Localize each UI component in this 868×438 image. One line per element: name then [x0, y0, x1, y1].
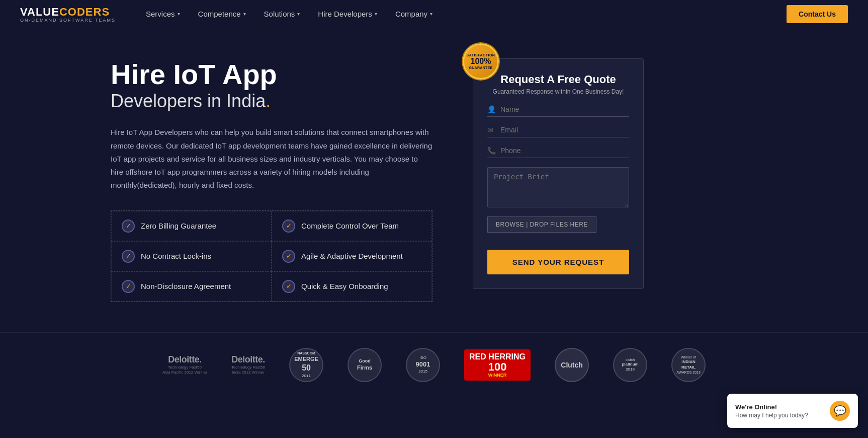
- list-item: ✓ Agile & Adaptive Development: [272, 241, 432, 271]
- nav-hire-developers[interactable]: Hire Developers ▾: [318, 10, 377, 18]
- person-icon: 👤: [487, 105, 495, 113]
- logo-value: VALUE: [20, 6, 59, 18]
- phone-field: 📞: [487, 147, 629, 158]
- chevron-down-icon: ▾: [375, 11, 377, 17]
- features-grid: ✓ Zero Billing Guarantee ✓ Complete Cont…: [111, 210, 432, 302]
- name-input[interactable]: [500, 105, 629, 113]
- indian-retail-badge: Winner of INDIAN RETAIL AWARDS 2013: [671, 348, 706, 382]
- check-icon: ✓: [282, 250, 295, 263]
- quote-form-card: Request A Free Quote Guaranteed Response…: [473, 58, 644, 289]
- deloitte-india-badge: Deloitte. Technology Fast50India 2012 Wi…: [231, 354, 265, 376]
- deloitte-asia-badge: Deloitte. Technology Fast50Asia Pacific …: [162, 354, 207, 376]
- chat-question-text: How may I help you today?: [735, 412, 824, 419]
- clutch-badge: Clutch: [555, 348, 589, 382]
- logo: VALUECODERS ON-DEMAND SOFTWARE TEAMS: [20, 6, 116, 23]
- check-icon: ✓: [122, 220, 135, 233]
- email-field: ✉: [487, 126, 629, 137]
- name-field: 👤: [487, 105, 629, 117]
- check-icon: ✓: [122, 280, 135, 293]
- hero-description: Hire IoT App Developers who can help you…: [111, 126, 432, 192]
- quote-form-section: SATISFACTION 100% GUARANTEE Request A Fr…: [473, 58, 644, 289]
- satisfaction-badge: SATISFACTION 100% GUARANTEE: [463, 43, 499, 80]
- chevron-down-icon: ▾: [243, 11, 246, 17]
- phone-input[interactable]: [500, 147, 629, 155]
- iso-badge: ISO 9001 2015: [406, 348, 440, 382]
- list-item: ✓ Non-Disclosure Agreement: [111, 271, 272, 302]
- chevron-down-icon: ▾: [178, 11, 180, 17]
- list-item: ✓ Zero Billing Guarantee: [111, 211, 272, 241]
- clutch-platinum-badge: clutch platinum 2019: [613, 348, 647, 382]
- logo-coders: CODERS: [59, 6, 110, 18]
- list-item: ✓ Complete Control Over Team: [272, 211, 432, 241]
- nasscom-badge: NASSCOM EMERGE 50 2011: [289, 348, 323, 382]
- contact-us-button[interactable]: Contact Us: [787, 5, 848, 23]
- navigation: VALUECODERS ON-DEMAND SOFTWARE TEAMS Ser…: [0, 0, 868, 28]
- email-input[interactable]: [500, 126, 629, 134]
- chat-online-text: We're Online!: [735, 403, 824, 411]
- goodfirms-badge: Good Firms: [348, 348, 382, 382]
- hero-title: Hire IoT App: [111, 58, 432, 91]
- check-icon: ✓: [282, 220, 295, 233]
- submit-button[interactable]: SEND YOUR REQUEST: [487, 250, 629, 274]
- nav-company[interactable]: Company ▾: [395, 10, 432, 18]
- chat-widget: We're Online! How may I help you today? …: [727, 394, 858, 428]
- logos-strip: Deloitte. Technology Fast50Asia Pacific …: [0, 332, 868, 397]
- email-icon: ✉: [487, 126, 495, 134]
- list-item: ✓ Quick & Easy Onboarding: [272, 271, 432, 302]
- check-icon: ✓: [282, 280, 295, 293]
- form-subtitle: Guaranteed Response within One Business …: [487, 88, 629, 95]
- main-section: Hire IoT App Developers in India. Hire I…: [0, 28, 868, 322]
- chat-open-button[interactable]: 💬: [830, 401, 850, 421]
- nav-links: Services ▾ Competence ▾ Solutions ▾ Hire…: [146, 10, 787, 18]
- left-content: Hire IoT App Developers in India. Hire I…: [111, 58, 432, 302]
- hero-subtitle: Developers in India.: [111, 91, 432, 112]
- nav-competence[interactable]: Competence ▾: [198, 10, 246, 18]
- list-item: ✓ No Contract Lock-ins: [111, 241, 272, 271]
- chevron-down-icon: ▾: [297, 11, 300, 17]
- form-title: Request A Free Quote: [487, 73, 629, 86]
- file-upload-button[interactable]: BROWSE | DROP FILES HERE: [487, 216, 596, 233]
- nav-services[interactable]: Services ▾: [146, 10, 180, 18]
- phone-icon: 📞: [487, 147, 495, 155]
- check-icon: ✓: [122, 250, 135, 263]
- logo-sub: ON-DEMAND SOFTWARE TEAMS: [20, 18, 116, 23]
- project-brief-field: [487, 167, 629, 209]
- project-brief-input[interactable]: [487, 167, 629, 207]
- red-herring-badge: RED HERRING 100 WINNER: [464, 349, 531, 381]
- nav-solutions[interactable]: Solutions ▾: [264, 10, 300, 18]
- chevron-down-icon: ▾: [430, 11, 432, 17]
